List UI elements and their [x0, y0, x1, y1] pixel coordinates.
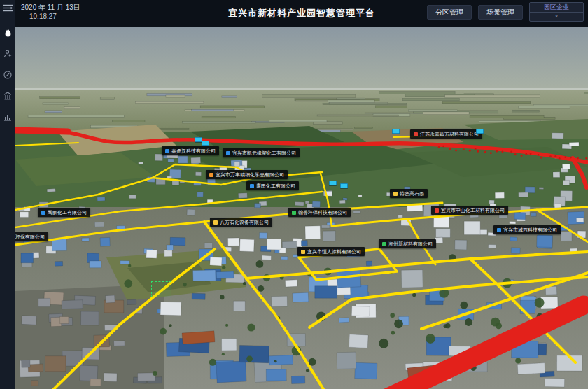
company-marker-icon	[393, 192, 398, 196]
vehicle-marker[interactable]	[340, 183, 348, 188]
gauge-icon	[4, 71, 12, 79]
company-label-text: 特密高石墨	[400, 190, 424, 197]
company-label-text: 翰香环保科技有限公司	[298, 209, 347, 216]
person-icon	[4, 50, 12, 58]
dropdown-label: 园区企业	[544, 3, 569, 12]
company-label-text: 潮州新材料有限公司	[388, 241, 433, 248]
sidebar-item-menu[interactable]	[0, 0, 15, 15]
top-bar: 2020 年 11 月 13日 10:18:27 宜兴市新材料产业园智慧管理平台…	[15, 0, 588, 27]
sidebar-item-personnel[interactable]	[0, 45, 15, 63]
company-label-text: 宜兴市城西科技有限公司	[503, 227, 557, 234]
company-label[interactable]: 八方石化设备有限公司	[210, 218, 272, 227]
company-label-text: 康田化工有限公司	[256, 183, 295, 190]
company-label-text: 江苏永嘉四方材料有限公司	[420, 131, 479, 138]
company-marker-icon	[209, 173, 214, 177]
company-label[interactable]: 宜兴市万丰精细化学品有限公司	[206, 170, 288, 179]
company-marker-icon	[226, 151, 230, 155]
company-label[interactable]: 翰香环保科技有限公司	[288, 208, 351, 217]
bar-chart-icon	[4, 113, 12, 121]
company-label[interactable]: 特密高石墨	[390, 189, 428, 198]
top-actions: 分区管理 场景管理 园区企业 ∨	[427, 2, 584, 22]
scene-manage-button[interactable]: 场景管理	[478, 5, 523, 20]
map-3d-view[interactable]: 泰鼎汉科技有限公司宜兴市凯元橡塑化工有限公司宜兴市万丰精细化学品有限公司康田化工…	[15, 27, 588, 389]
company-label[interactable]: 江苏永嘉四方材料有限公司	[410, 129, 482, 139]
zone-manage-button[interactable]: 分区管理	[427, 5, 472, 20]
company-marker-icon	[165, 149, 169, 153]
flame-icon	[4, 29, 12, 38]
sidebar-item-fire-monitor[interactable]	[0, 24, 15, 42]
company-marker-icon	[214, 220, 218, 225]
company-label[interactable]: 宜兴市中山化工材料有限公司	[431, 206, 508, 215]
company-marker-icon	[301, 250, 305, 254]
hamburger-menu-icon	[4, 4, 13, 12]
vehicle-marker[interactable]	[202, 141, 209, 146]
company-label-text: 泰鼎汉科技有限公司	[172, 148, 216, 155]
company-label-text: 宜兴市万丰精细化学品有限公司	[216, 171, 284, 178]
company-label-text: 八方石化设备有限公司	[220, 219, 269, 226]
selection-box	[151, 281, 172, 297]
vehicle-marker[interactable]	[329, 181, 337, 185]
company-label[interactable]: 宜兴市凯元橡塑化工有限公司	[223, 148, 300, 157]
company-marker-icon	[414, 132, 418, 136]
company-label[interactable]: 泰鼎汉科技有限公司	[162, 146, 219, 155]
company-label[interactable]: 潮州新材料有限公司	[379, 239, 436, 248]
vehicle-marker[interactable]	[392, 129, 400, 134]
company-marker-icon	[41, 211, 46, 215]
company-marker-icon	[435, 208, 439, 213]
company-marker-icon	[292, 211, 296, 215]
company-label[interactable]: 鹰鹏化工有限公司	[38, 208, 90, 217]
park-enterprise-dropdown[interactable]: 园区企业 ∨	[529, 2, 584, 22]
company-label-text: 忠信阳光环保有限公司	[15, 234, 45, 241]
chevron-down-icon: ∨	[554, 13, 558, 20]
company-label-text: 鹰鹏化工有限公司	[48, 209, 87, 216]
vehicle-marker[interactable]	[476, 129, 484, 134]
app-window: 2020 年 11 月 13日 10:18:27 宜兴市新材料产业园智慧管理平台…	[0, 0, 588, 389]
company-marker-icon	[250, 184, 254, 188]
sidebar-item-statistics[interactable]	[0, 108, 15, 126]
company-label[interactable]: 忠信阳光环保有限公司	[15, 232, 48, 241]
company-label-text: 宜兴市恒人涂料有限公司	[307, 248, 361, 255]
bank-building-icon	[4, 92, 12, 100]
company-label-text: 宜兴市中山化工材料有限公司	[441, 207, 505, 214]
sidebar	[0, 0, 15, 389]
sidebar-item-realtime-monitor[interactable]	[0, 66, 15, 84]
company-label-text: 宜兴市凯元橡塑化工有限公司	[232, 150, 296, 157]
map-overlay: 泰鼎汉科技有限公司宜兴市凯元橡塑化工有限公司宜兴市万丰精细化学品有限公司康田化工…	[15, 27, 588, 389]
sidebar-item-enterprise[interactable]	[0, 87, 15, 105]
company-label[interactable]: 宜兴市恒人涂料有限公司	[298, 247, 365, 256]
company-label[interactable]: 康田化工有限公司	[246, 181, 299, 190]
company-label[interactable]: 宜兴市城西科技有限公司	[493, 225, 561, 234]
company-marker-icon	[382, 242, 386, 246]
company-marker-icon	[497, 228, 501, 232]
